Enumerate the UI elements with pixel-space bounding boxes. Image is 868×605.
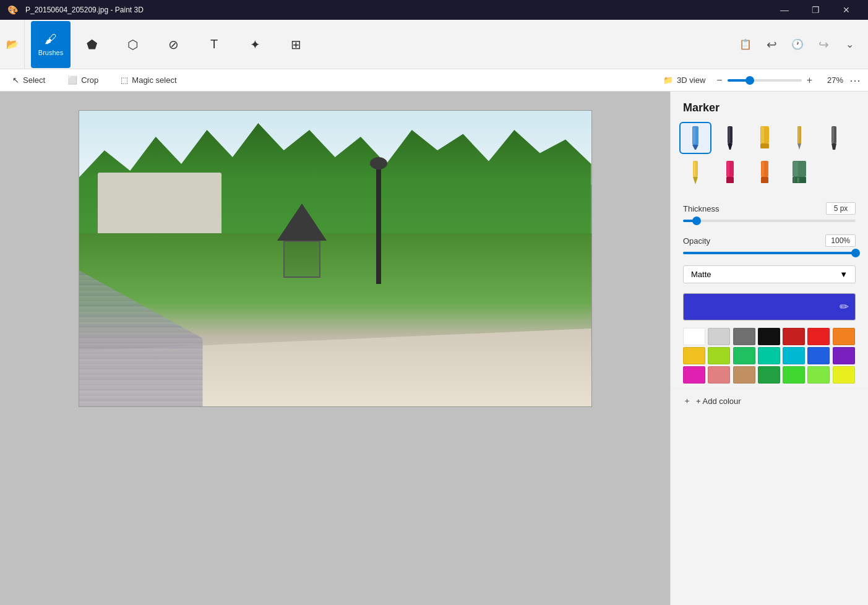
magic-select-icon: ⬚ (121, 75, 128, 85)
svg-rect-19 (727, 161, 729, 176)
add-colour-label: + Add colour (696, 397, 741, 406)
color-brightyellow[interactable] (833, 366, 855, 384)
paste-button[interactable]: 📋 (734, 33, 757, 56)
more-options-button[interactable]: ⋯ (849, 74, 861, 87)
minimize-button[interactable]: — (770, 0, 799, 20)
svg-rect-27 (793, 178, 796, 182)
color-cyan[interactable] (783, 347, 805, 364)
zoom-percent-label: 27% (819, 75, 843, 85)
canvas-tool-button[interactable]: ⊞ (276, 21, 316, 68)
color-palette (671, 325, 868, 386)
color-pink[interactable] (708, 366, 730, 384)
window-title: P_20150604_205209.jpg - Paint 3D (25, 6, 144, 14)
canvas-area[interactable] (0, 92, 670, 605)
gazebo-roof (277, 204, 327, 241)
svg-marker-11 (797, 144, 801, 150)
color-magenta[interactable] (683, 366, 705, 384)
brushes-label: Brushes (38, 49, 63, 56)
color-purple[interactable] (833, 347, 855, 364)
brush-tool-marker1[interactable] (679, 122, 711, 154)
maximize-button[interactable]: ❐ (801, 0, 830, 20)
gazebo-body (283, 241, 320, 278)
sticker-tool-button[interactable]: ⊘ (153, 21, 193, 68)
effects-tool-button[interactable]: ✦ (235, 21, 275, 68)
color-darkgreen[interactable] (758, 366, 780, 384)
brush-tool-calligraphy[interactable] (818, 122, 850, 154)
color-blue[interactable] (807, 347, 830, 364)
close-button[interactable]: ✕ (832, 0, 861, 20)
history-button[interactable]: 🕐 (786, 33, 809, 56)
selection-tool-button[interactable]: ⬟ (72, 21, 111, 68)
color-brightgreen[interactable] (783, 366, 805, 384)
effects-icon: ✦ (250, 37, 260, 52)
app-icon: 🎨 (7, 5, 18, 15)
crop-label: Crop (81, 75, 98, 85)
matte-dropdown[interactable]: Matte ▼ (683, 265, 856, 283)
svg-marker-2 (692, 145, 698, 150)
color-yellow[interactable] (683, 347, 705, 364)
color-lime[interactable] (708, 347, 730, 364)
brush-tool-pen[interactable] (714, 122, 746, 154)
overflow-button[interactable]: ⌄ (838, 33, 861, 56)
svg-rect-22 (762, 161, 764, 176)
zoom-out-button[interactable]: − (716, 75, 722, 86)
select-button[interactable]: ↖ Select (7, 73, 50, 87)
color-lightgray[interactable] (708, 328, 730, 345)
undo-button[interactable]: ↩ (760, 33, 783, 56)
brush-tool-pencil[interactable] (783, 122, 815, 154)
magic-select-button[interactable]: ⬚ Magic select (116, 73, 181, 87)
opacity-slider[interactable] (683, 252, 856, 254)
eyedropper-icon[interactable]: ✏ (840, 300, 849, 314)
thickness-slider-thumb[interactable] (692, 217, 701, 225)
crop-icon: ⬜ (67, 75, 77, 85)
brush-tool-highlighter[interactable] (749, 122, 781, 154)
3d-view-button[interactable]: 📁 3D view (658, 73, 710, 87)
color-red[interactable] (807, 328, 830, 345)
brush-tool-pencil2[interactable] (679, 157, 711, 189)
brush-tool-watercolor[interactable] (783, 157, 815, 189)
open-file-button[interactable]: 📂 (0, 20, 25, 69)
zoom-thumb[interactable] (746, 76, 754, 85)
crop-button[interactable]: ⬜ Crop (62, 73, 103, 87)
color-brown[interactable] (733, 366, 755, 384)
thickness-slider[interactable] (683, 220, 856, 222)
3d-icon: ⬡ (127, 37, 138, 52)
zoom-in-button[interactable]: + (807, 75, 812, 86)
canvas-image (79, 110, 592, 407)
add-colour-button[interactable]: ＋ + Add colour (671, 388, 868, 413)
matte-label: Matte (691, 270, 711, 279)
open-icon: 📂 (6, 38, 19, 50)
zoom-slider[interactable] (728, 79, 802, 82)
color-orange[interactable] (833, 328, 855, 345)
matte-chevron-icon: ▼ (840, 270, 848, 279)
canvas-icon: ⊞ (291, 37, 301, 52)
svg-rect-25 (793, 161, 798, 176)
opacity-value[interactable]: 100% (825, 234, 856, 247)
text-tool-button[interactable]: T (194, 21, 234, 68)
main-area: Marker (0, 92, 868, 605)
color-black[interactable] (758, 328, 780, 345)
brushes-tool-button[interactable]: 🖌 Brushes (31, 21, 71, 68)
color-brightgreen2[interactable] (807, 366, 830, 384)
color-gray[interactable] (733, 328, 755, 345)
brush-tool-oil[interactable] (749, 157, 781, 189)
svg-rect-1 (693, 127, 695, 144)
opacity-slider-thumb[interactable] (851, 249, 860, 257)
selected-color-swatch[interactable]: ✏ (683, 293, 856, 320)
title-bar: 🎨 P_20150604_205209.jpg - Paint 3D — ❐ ✕ (0, 0, 868, 20)
svg-marker-5 (728, 144, 733, 150)
svg-marker-17 (693, 177, 698, 184)
brush-tool-crayon[interactable] (714, 157, 746, 189)
opacity-slider-fill (683, 252, 856, 254)
redo-button[interactable]: ↪ (812, 33, 835, 56)
3d-tool-button[interactable]: ⬡ (113, 21, 152, 68)
color-teal[interactable] (758, 347, 780, 364)
main-toolbar: 📂 🖌 Brushes ⬟ ⬡ ⊘ T ✦ ⊞ 📋 ↩ 🕐 ↪ ⌄ (0, 20, 868, 69)
thickness-value[interactable]: 5 px (826, 202, 856, 215)
thickness-section: Thickness 5 px (671, 196, 868, 228)
color-white[interactable] (683, 328, 705, 345)
thickness-label-row: Thickness 5 px (683, 202, 856, 215)
title-bar-left: 🎨 P_20150604_205209.jpg - Paint 3D (7, 5, 144, 15)
color-darkred[interactable] (783, 328, 805, 345)
color-green[interactable] (733, 347, 755, 364)
